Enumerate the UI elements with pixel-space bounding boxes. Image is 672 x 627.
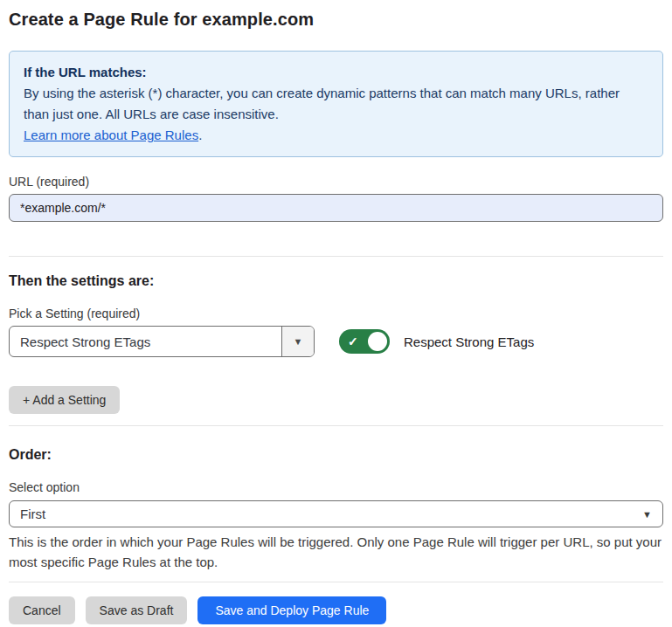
setting-select-value: Respect Strong ETags	[10, 327, 281, 356]
chevron-down-icon: ▼	[642, 509, 652, 520]
url-input[interactable]	[9, 194, 663, 222]
learn-more-link[interactable]: Learn more about Page Rules	[24, 127, 198, 142]
footer-divider	[9, 582, 663, 582]
order-select-value: First	[20, 506, 45, 521]
order-select[interactable]: First ▼	[9, 500, 663, 527]
setting-select[interactable]: Respect Strong ETags ▼	[9, 326, 315, 357]
info-box-heading: If the URL matches:	[24, 62, 648, 83]
setting-toggle[interactable]: ✓	[339, 329, 390, 354]
page-title: Create a Page Rule for example.com	[9, 9, 663, 31]
url-field-label: URL (required)	[9, 175, 663, 189]
setting-picker-label: Pick a Setting (required)	[9, 307, 663, 320]
chevron-down-icon: ▼	[294, 336, 303, 347]
order-select-label: Select option	[9, 480, 663, 494]
section-divider	[9, 425, 663, 426]
settings-section-heading: Then the settings are:	[9, 272, 663, 289]
page-rule-form: Create a Page Rule for example.com If th…	[0, 9, 672, 624]
info-box-link-line: Learn more about Page Rules.	[24, 125, 648, 146]
save-as-draft-button[interactable]: Save as Draft	[86, 596, 188, 624]
info-box-body: By using the asterisk (*) character, you…	[24, 83, 648, 125]
add-setting-button[interactable]: + Add a Setting	[9, 386, 120, 414]
save-and-deploy-button[interactable]: Save and Deploy Page Rule	[197, 596, 386, 624]
order-section-heading: Order:	[9, 446, 663, 463]
setting-row: Respect Strong ETags ▼ ✓ Respect Strong …	[9, 326, 663, 357]
toggle-knob	[368, 332, 387, 351]
order-help-text: This is the order in which your Page Rul…	[9, 532, 663, 572]
url-match-info-box: If the URL matches: By using the asteris…	[9, 51, 663, 157]
section-divider	[9, 256, 663, 257]
cancel-button[interactable]: Cancel	[9, 596, 75, 624]
link-suffix: .	[198, 127, 202, 142]
check-icon: ✓	[348, 334, 358, 348]
footer-actions: Cancel Save as Draft Save and Deploy Pag…	[9, 596, 663, 624]
setting-select-arrow-button[interactable]: ▼	[281, 327, 314, 356]
setting-toggle-label: Respect Strong ETags	[404, 334, 534, 349]
